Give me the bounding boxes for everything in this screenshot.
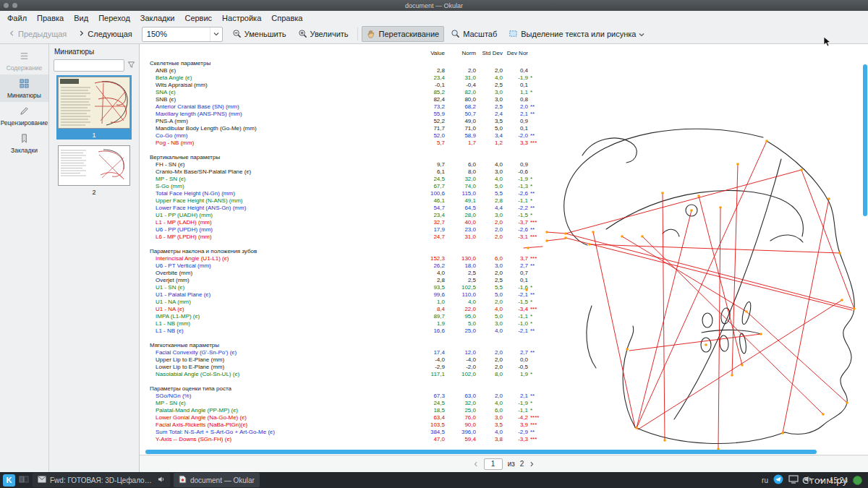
page-next-arrow-icon[interactable]	[529, 461, 535, 468]
menu-settings[interactable]: Настройка	[217, 12, 266, 24]
okular-icon	[179, 475, 187, 485]
parameter-row: FH - SN (є)9,76,04,00,9	[150, 161, 559, 168]
parameter-row: SNA (є)85,282,03,01,1*	[150, 89, 559, 96]
parameter-row: Upper Lip to E-Plane (mm)-4,0-4,02,00,0	[150, 356, 559, 364]
parameter-row: Facial Convexity (G'-Sn-Po') (є)17,412,0…	[150, 349, 559, 356]
funnel-filter-icon[interactable]	[127, 59, 135, 72]
thumbnails-icon	[19, 78, 30, 90]
window-buttons[interactable]	[4, 3, 17, 8]
next-page-button[interactable]: Следующая	[73, 26, 137, 42]
titlebar[interactable]: document — Okular	[0, 0, 868, 11]
previous-page-button[interactable]: Предыдущая	[4, 26, 72, 42]
parameter-row: Co-Go (mm)52,058,93,4-2,0**	[150, 132, 559, 140]
col-dev-nor: Dev Nor	[503, 50, 528, 57]
task-okular-window[interactable]: document — Okular	[174, 473, 260, 487]
parameter-row: L1 - NB (є)16,625,04,0-2,1**	[150, 328, 559, 335]
parameter-row: Overbite (mm)4,02,52,00,7	[150, 270, 559, 277]
main-content: Содержание Миниатюры Рецензирование Закл…	[0, 44, 868, 472]
zoom-level-combobox[interactable]: 150%	[142, 27, 223, 42]
menu-view[interactable]: Вид	[69, 12, 93, 24]
chevron-down-icon[interactable]	[210, 27, 222, 41]
page-prev-arrow-icon[interactable]	[473, 461, 479, 468]
section-title: Вертикальные параметры	[150, 154, 559, 161]
window-pin-icon[interactable]	[12, 3, 17, 8]
thumbnail-page-number: 1	[56, 130, 132, 140]
display-icon[interactable]	[788, 475, 799, 485]
parameter-row: Mandibular Body Length (Go-Me) (mm)71,77…	[150, 125, 559, 132]
parameter-row: MP - SN (є)24,532,04,0-1,9*	[150, 176, 559, 183]
parameter-row: Beta Angle (є)23,431,04,0-1,9*	[150, 74, 559, 82]
chevron-right-icon	[78, 30, 85, 38]
parameter-row: Wits Appraisal (mm)-0,1-0,42,50,1	[150, 82, 559, 89]
table-header-row: Value Norm Std Dev Dev Nor	[150, 50, 559, 57]
menu-edit[interactable]: Правка	[32, 12, 69, 24]
keyboard-layout-indicator[interactable]: ru	[762, 476, 768, 484]
parameter-row: U1 - Palatal Plane (є)99,6110,05,0-2,1**	[150, 291, 559, 299]
menubar: Файл Правка Вид Переход Закладки Сервис …	[0, 11, 868, 25]
taskbar: K Fwd: ГОТОВАЯ: 3D-Цефаломе... document …	[0, 472, 868, 488]
parameter-row: U1 - NA (є)8,422,04,0-3,4***	[150, 306, 559, 313]
thumbnails-panel: Миниатюры 1	[49, 44, 140, 472]
menu-help[interactable]: Справка	[266, 12, 307, 24]
parameter-row: U6 - PP (UPDH) (mm)17,923,02,0-2,6**	[150, 226, 559, 234]
thumbnail-page-2[interactable]: 2	[56, 145, 132, 197]
thumbnail-filter-input[interactable]	[54, 59, 124, 72]
document-view[interactable]: Value Norm Std Dev Dev Nor Скелетные пар…	[140, 44, 868, 455]
chevron-down-icon[interactable]	[639, 30, 644, 38]
menu-file[interactable]: Файл	[2, 12, 32, 24]
menu-go[interactable]: Переход	[93, 12, 135, 24]
contents-icon	[19, 51, 30, 63]
zoom-tool-button[interactable]: Масштаб	[446, 26, 502, 42]
zoom-level-value: 150%	[147, 30, 167, 38]
col-std-dev: Std Dev	[476, 50, 503, 57]
chevron-left-icon	[9, 30, 15, 38]
section-title: Скелетные параметры	[150, 60, 559, 67]
selection-tool-button[interactable]: Выделение текста или рисунка	[503, 26, 650, 42]
section-title: Мягкотканные параметры	[150, 342, 559, 349]
parameter-section: Мягкотканные параметрыFacial Convexity (…	[150, 342, 559, 378]
horizontal-scrollbar-thumb[interactable]	[145, 450, 817, 454]
parameter-section: Скелетные параметрыANB (є)2,82,02,00,4Be…	[150, 60, 559, 147]
window-title: document — Okular	[0, 2, 868, 9]
sidebar-tab-reviews[interactable]: Рецензирование	[0, 102, 48, 129]
parameter-row: SGo/NGn (%)67,363,02,02,1**	[150, 393, 559, 400]
clock[interactable]: 15:24	[830, 476, 848, 484]
system-tray: ru 15:24	[762, 474, 865, 486]
menu-tools[interactable]: Сервис	[179, 12, 217, 24]
speaker-icon[interactable]	[158, 476, 165, 484]
page-2-preview	[58, 145, 130, 186]
zoom-out-icon	[232, 29, 242, 40]
hand-drag-icon	[367, 29, 376, 40]
magnifier-icon	[451, 29, 460, 40]
sidebar-tab-bookmarks[interactable]: Закладки	[0, 129, 48, 157]
window-menu-icon[interactable]	[4, 3, 9, 8]
thumbnails-panel-title: Миниатюры	[49, 44, 139, 59]
parameter-table: Value Norm Std Dev Dev Nor Скелетные пар…	[150, 50, 559, 443]
parameter-row: L6 - MP (LPDH) (mm)24,731,02,0-3,1***	[150, 234, 559, 241]
page-of-label: из	[508, 460, 515, 468]
sidebar-tab-thumbnails[interactable]: Миниатюры	[0, 74, 48, 102]
current-page-box[interactable]: 1	[484, 458, 503, 470]
kde-menu-icon[interactable]: K	[3, 474, 15, 487]
vertical-scrollbar-thumb[interactable]	[863, 64, 867, 216]
volume-icon[interactable]	[804, 475, 812, 485]
thumbnail-page-1[interactable]: 1	[56, 77, 132, 140]
chevron-up-icon[interactable]	[817, 476, 825, 484]
cephalometric-tracing	[521, 127, 864, 452]
parameter-row: SNB (є)82,480,03,00,8	[150, 96, 559, 103]
sidebar-tab-contents[interactable]: Содержание	[0, 47, 48, 74]
parameter-row: Y-Axis -- Downs (SGn-FH) (є)47,059,43,8-…	[150, 436, 559, 443]
menu-bookmarks[interactable]: Закладки	[135, 12, 180, 24]
telegram-icon[interactable]	[773, 474, 783, 486]
parameter-row: ANB (є)2,82,02,00,4	[150, 67, 559, 74]
browse-tool-button[interactable]: Перетаскивание	[362, 26, 445, 42]
zoom-out-button[interactable]: Уменьшить	[227, 26, 292, 42]
col-value: Value	[404, 50, 445, 57]
sidebar-tabstrip: Содержание Миниатюры Рецензирование Закл…	[0, 44, 49, 472]
parameter-row: Sum Total: N-S-Art + S-Art-Go + Art-Go-M…	[150, 429, 559, 436]
task-mail-window[interactable]: Fwd: ГОТОВАЯ: 3D-Цефаломе...	[33, 473, 170, 487]
mail-icon	[38, 476, 46, 484]
pager-widget-icon[interactable]	[19, 475, 29, 485]
parameter-row: Palatal-Mand Angle (PP-MP) (є)18,525,06,…	[150, 407, 559, 414]
zoom-in-button[interactable]: Увеличить	[293, 26, 354, 42]
